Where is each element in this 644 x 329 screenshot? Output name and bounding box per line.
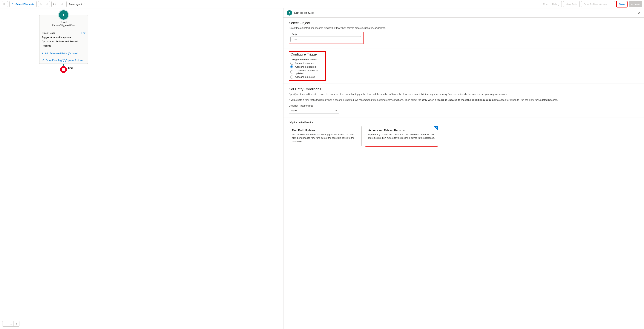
trigger-highlight: Configure Trigger * Trigger the Flow Whe… xyxy=(289,51,326,81)
radio-deleted[interactable]: A record is deleted xyxy=(290,76,324,78)
entry-title: Set Entry Conditions xyxy=(289,87,639,91)
undo-button[interactable] xyxy=(38,1,44,7)
configure-trigger-section: Configure Trigger * Trigger the Flow Whe… xyxy=(284,48,644,84)
save-as-new-button[interactable]: Save As New Version xyxy=(581,1,609,7)
fit-icon xyxy=(10,322,12,325)
optimize-options: Fast Field Updates Update fields on the … xyxy=(289,126,639,146)
external-link-icon xyxy=(42,59,44,62)
optimize-label: * Optimize the Flow for: xyxy=(289,121,639,124)
trigger-value: A record is updated xyxy=(50,36,72,39)
object-value: User xyxy=(50,32,55,34)
save-as-group: Save As New Version xyxy=(581,1,615,7)
object-label: Object: xyxy=(42,32,49,34)
add-element-button[interactable]: + xyxy=(62,59,66,63)
condition-req-label: Condition Requirements xyxy=(289,104,639,107)
save-button[interactable]: Save xyxy=(616,1,627,7)
start-card: Start Record-Triggered Flow Edit Object:… xyxy=(39,15,88,64)
undo-icon xyxy=(40,3,42,6)
panel-header-icon xyxy=(287,10,292,16)
object-input[interactable] xyxy=(290,36,361,42)
option-fast-updates[interactable]: Fast Field Updates Update fields on the … xyxy=(289,126,362,146)
main-area: Start Record-Triggered Flow Edit Object:… xyxy=(0,8,644,329)
radio-icon xyxy=(290,76,294,78)
radio-created-updated[interactable]: A record is created or updated xyxy=(290,69,324,75)
zoom-controls: − + xyxy=(2,321,20,326)
save-as-dropdown[interactable] xyxy=(609,1,615,7)
end-node[interactable] xyxy=(60,66,67,73)
optimize-section: * Optimize the Flow for: Fast Field Upda… xyxy=(284,118,644,150)
radio-icon xyxy=(290,66,294,68)
svg-line-3 xyxy=(54,4,55,5)
add-scheduled-paths-link[interactable]: + Add Scheduled Paths (Optional) xyxy=(40,50,88,57)
view-tests-button[interactable]: View Tests xyxy=(563,1,580,7)
gear-icon xyxy=(60,3,63,6)
zoom-fit-button[interactable] xyxy=(8,321,14,326)
chevron-down-icon xyxy=(83,3,85,5)
radio-icon xyxy=(290,70,293,74)
condition-req-select[interactable]: None xyxy=(289,108,339,114)
panel-title: Configure Start xyxy=(294,11,314,14)
play-icon xyxy=(62,13,66,17)
plus-icon: + xyxy=(42,52,44,55)
select-object-desc: Select the object whose records trigger … xyxy=(289,26,639,30)
run-button[interactable]: Run xyxy=(540,1,550,7)
end-label: End xyxy=(68,66,73,69)
start-subtitle: Record-Triggered Flow xyxy=(42,24,86,27)
select-object-section: Select Object Select the object whose re… xyxy=(284,18,644,48)
layout-mode-dropdown[interactable]: Auto-Layout xyxy=(66,1,87,7)
select-elements-button[interactable]: Select Elements xyxy=(9,1,37,7)
trigger-label: Trigger: xyxy=(42,36,50,39)
select-elements-label: Select Elements xyxy=(16,3,34,6)
debug-button[interactable]: Debug xyxy=(550,1,562,7)
start-node-circle[interactable] xyxy=(59,10,68,20)
stop-icon xyxy=(62,68,65,71)
panel-header: Configure Start ✕ xyxy=(284,8,644,18)
chevron-down-icon xyxy=(611,3,613,5)
object-highlight: * Object xyxy=(289,32,364,44)
toolbar: Select Elements Auto-Layout Run Debug Vi… xyxy=(0,0,644,8)
fast-title: Fast Field Updates xyxy=(292,129,358,132)
edit-link[interactable]: Edit xyxy=(81,31,86,35)
radio-created[interactable]: A record is created xyxy=(290,62,324,65)
entry-desc1: Specify entry conditions to reduce the n… xyxy=(289,92,639,96)
layout-mode-label: Auto-Layout xyxy=(69,3,82,6)
radio-icon xyxy=(290,62,294,65)
svg-rect-1 xyxy=(4,3,4,5)
undo-redo-group xyxy=(38,1,50,7)
play-icon xyxy=(288,12,291,14)
toggle-sidebar-button[interactable] xyxy=(2,1,8,7)
radio-updated[interactable]: A record is updated xyxy=(290,66,324,68)
fast-desc: Update fields on the record that trigger… xyxy=(292,133,358,144)
prohibit-icon xyxy=(53,3,56,6)
actions-title: Actions and Related Records xyxy=(368,129,435,132)
settings-button[interactable] xyxy=(59,1,65,7)
object-field-label: * Object xyxy=(290,33,362,36)
close-panel-button[interactable]: ✕ xyxy=(638,11,641,15)
option-actions-records[interactable]: Actions and Related Records Update any r… xyxy=(365,126,438,146)
run-group: Run Debug xyxy=(540,1,562,7)
chevron-down-icon xyxy=(335,110,337,112)
cursor-icon xyxy=(12,3,14,6)
optimize-label: Optimize for: xyxy=(42,40,55,43)
selected-check-icon xyxy=(434,126,438,130)
svg-point-4 xyxy=(62,4,62,4)
panel-icon xyxy=(4,3,6,6)
zoom-out-button[interactable]: − xyxy=(2,321,8,326)
activate-button[interactable]: Activate xyxy=(629,1,642,7)
entry-desc2: If you create a flow that's triggered wh… xyxy=(289,98,639,102)
clear-button[interactable] xyxy=(52,1,58,7)
actions-desc: Update any record and perform actions, l… xyxy=(368,133,435,140)
start-title: Start xyxy=(42,21,86,24)
zoom-in-button[interactable]: + xyxy=(14,321,19,326)
trigger-when-label: * Trigger the Flow When: xyxy=(290,58,324,61)
redo-icon xyxy=(46,3,48,6)
select-object-title: Select Object xyxy=(289,21,639,25)
entry-conditions-section: Set Entry Conditions Specify entry condi… xyxy=(284,84,644,118)
redo-button[interactable] xyxy=(44,1,50,7)
configure-trigger-title: Configure Trigger xyxy=(290,52,324,56)
start-card-body[interactable]: Edit Object: User Trigger: A record is u… xyxy=(40,29,88,50)
configure-start-panel: Configure Start ✕ Select Object Select t… xyxy=(283,8,644,329)
